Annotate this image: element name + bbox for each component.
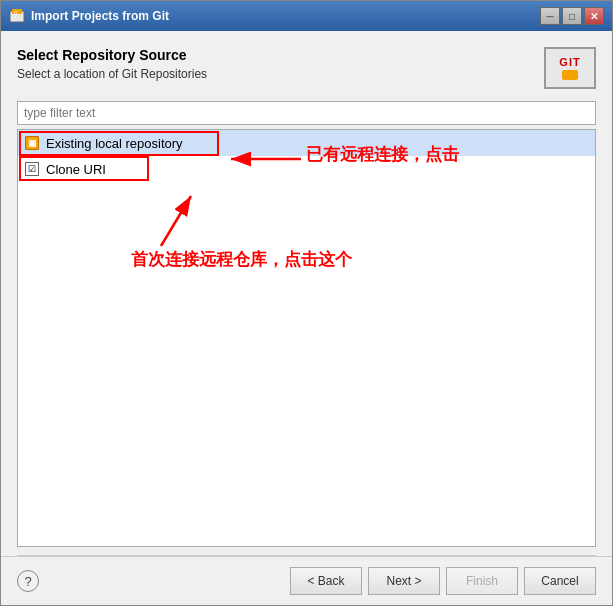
clone-uri-label: Clone URI: [46, 162, 106, 177]
repo-icon: ▣: [24, 135, 40, 151]
finish-button[interactable]: Finish: [446, 567, 518, 595]
window-icon: G: [9, 8, 25, 24]
header-section: Select Repository Source Select a locati…: [17, 47, 596, 89]
title-bar: G Import Projects from Git ─ □ ✕: [1, 1, 612, 31]
cancel-button[interactable]: Cancel: [524, 567, 596, 595]
window-controls: ─ □ ✕: [540, 7, 604, 25]
restore-button[interactable]: □: [562, 7, 582, 25]
git-logo-decoration: [562, 70, 578, 80]
next-button[interactable]: Next >: [368, 567, 440, 595]
main-window: G Import Projects from Git ─ □ ✕ Select …: [0, 0, 613, 606]
clone-icon: ☑: [24, 161, 40, 177]
list-item-clone-uri[interactable]: ☑ Clone URI: [18, 156, 595, 182]
help-button[interactable]: ?: [17, 570, 39, 592]
git-logo-text: GIT: [559, 56, 580, 68]
main-content: Select Repository Source Select a locati…: [1, 31, 612, 555]
existing-local-label: Existing local repository: [46, 136, 183, 151]
section-subtitle: Select a location of Git Repositories: [17, 67, 207, 81]
close-button[interactable]: ✕: [584, 7, 604, 25]
bottom-section: ? < Back Next > Finish Cancel: [1, 556, 612, 605]
git-logo: GIT: [544, 47, 596, 89]
svg-text:G: G: [14, 10, 18, 16]
button-group: < Back Next > Finish Cancel: [290, 567, 596, 595]
header-text: Select Repository Source Select a locati…: [17, 47, 207, 81]
section-title: Select Repository Source: [17, 47, 207, 63]
filter-input[interactable]: [17, 101, 596, 125]
minimize-button[interactable]: ─: [540, 7, 560, 25]
back-button[interactable]: < Back: [290, 567, 362, 595]
window-title: Import Projects from Git: [31, 9, 540, 23]
list-item-existing-local[interactable]: ▣ Existing local repository: [18, 130, 595, 156]
repository-list: ▣ Existing local repository ☑ Clone URI: [17, 129, 596, 547]
